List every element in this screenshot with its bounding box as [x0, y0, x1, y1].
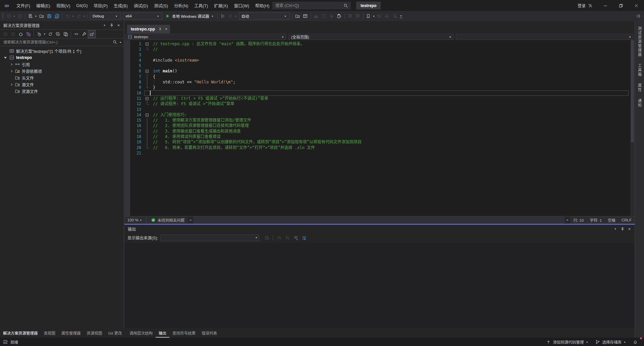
fold-margin-cell[interactable]	[144, 112, 150, 118]
select-repository-button[interactable]: 选择存储库 ▲	[592, 338, 629, 346]
code-line[interactable]: 16// 2. 使用团队资源管理器窗口连接到源代码管理	[124, 123, 630, 128]
left-dock-tab[interactable]: 解决方案资源管理器	[0, 328, 41, 338]
bottom-dock-tab[interactable]: 调用层次结构	[126, 328, 156, 338]
code-line[interactable]: 2//	[124, 47, 630, 52]
sign-in-button[interactable]: 登录	[573, 0, 598, 11]
se-view-code-button[interactable]: <>	[72, 30, 80, 38]
tree-item[interactable]: 源文件	[0, 81, 124, 88]
quick-search-box[interactable]	[272, 2, 351, 9]
fold-collapse-box[interactable]	[146, 70, 149, 73]
code-line[interactable]: 3	[124, 52, 630, 58]
zoom-dropdown[interactable]: 100 % ▾	[124, 216, 145, 224]
paste-button[interactable]	[335, 12, 343, 20]
dropdown-caret-icon[interactable]: ▾	[43, 32, 46, 36]
code-line[interactable]: 14// 入门使用技巧:	[124, 112, 630, 118]
left-dock-tab[interactable]: Git 更改	[105, 328, 125, 338]
add-to-source-control-button[interactable]: 添加到源代码管理 ▲	[542, 338, 592, 346]
code-line[interactable]: 5	[124, 63, 630, 68]
menu-item-12[interactable]: 帮助(H)	[252, 0, 272, 11]
toggle-word-wrap-button[interactable]	[300, 234, 308, 242]
horizontal-scrollbar[interactable]: ◀ ▶	[187, 216, 570, 224]
right-autohide-tab-3[interactable]: 通知	[637, 99, 642, 108]
tree-expander[interactable]	[9, 70, 13, 72]
left-dock-tab[interactable]: 类视图	[41, 328, 59, 338]
code-line[interactable]: 9}	[124, 85, 630, 90]
pin-icon[interactable]	[108, 22, 115, 28]
background-tasks-icon[interactable]	[3, 339, 8, 345]
left-dock-tab[interactable]: 资源视图	[84, 328, 105, 338]
fold-margin-cell[interactable]	[144, 41, 150, 47]
save-button[interactable]	[45, 12, 53, 20]
tree-item[interactable]: 头文件	[0, 74, 124, 81]
se-refresh-button[interactable]	[46, 30, 54, 38]
clear-all-button[interactable]	[292, 234, 300, 242]
close-icon[interactable]: ×	[165, 27, 167, 31]
menu-item-0[interactable]: 文件(F)	[13, 0, 33, 11]
right-autohide-tab-2[interactable]: 属性	[637, 83, 642, 92]
tree-item[interactable]: 引用	[0, 61, 124, 68]
scroll-right-icon[interactable]: ▶	[565, 219, 570, 221]
search-icon[interactable]	[343, 3, 348, 8]
new-project-button[interactable]	[26, 12, 34, 20]
bottom-dock-tab[interactable]: 错误列表	[199, 328, 220, 338]
tree-expander[interactable]	[9, 84, 13, 85]
code-line[interactable]: 4#include <iostream>	[124, 58, 630, 63]
document-health-indicator[interactable]: 未找到相关问题	[148, 216, 188, 224]
se-pending-changes-filter-button[interactable]	[35, 30, 43, 38]
minimize-button[interactable]	[598, 0, 613, 11]
fold-margin-cell[interactable]	[144, 96, 150, 101]
feedback-icon[interactable]	[636, 13, 641, 19]
fold-collapse-box[interactable]	[146, 43, 149, 46]
toolbar-grip-handle[interactable]	[2, 13, 3, 19]
spaces-indicator[interactable]: 空格	[605, 217, 619, 223]
menu-item-5[interactable]: 生成(B)	[111, 0, 131, 11]
platform-dropdown[interactable]: x64▾	[123, 12, 162, 20]
close-icon[interactable]: ×	[115, 22, 122, 28]
menu-item-1[interactable]: 编辑(E)	[33, 0, 53, 11]
tree-item[interactable]: 外部依赖项	[0, 68, 124, 74]
solution-search-input[interactable]	[3, 40, 110, 45]
bottom-dock-tab[interactable]: 查找符号结果	[169, 328, 199, 338]
close-icon[interactable]: ×	[626, 226, 633, 232]
scrollbar-thumb[interactable]	[193, 216, 565, 224]
menu-item-4[interactable]: 项目(P)	[91, 0, 111, 11]
code-line[interactable]: 8 std::cout << "Hello World!\n";	[124, 79, 630, 85]
code-line[interactable]: 6int main()	[124, 68, 630, 74]
pin-icon[interactable]	[157, 26, 163, 32]
notifications-button[interactable]	[629, 338, 641, 346]
search-options-caret-icon[interactable]: ▾	[120, 41, 121, 44]
column-indicator[interactable]: 字符: 1	[587, 217, 605, 223]
tree-expander[interactable]	[9, 64, 13, 65]
right-autohide-tab-1[interactable]: 工具箱	[637, 64, 642, 77]
navigate-to-button[interactable]	[302, 12, 309, 20]
solution-explorer-search[interactable]: ▾	[0, 39, 124, 46]
bottom-dock-tab[interactable]: 输出	[156, 328, 169, 338]
left-dock-tab[interactable]: 属性管理器	[58, 328, 84, 338]
close-button[interactable]	[629, 0, 644, 11]
attach-mode-dropdown[interactable]: 自动▾	[239, 12, 290, 20]
dropdown-caret-icon[interactable]: ▾	[372, 15, 376, 18]
code-line[interactable]: 18// 4. 使用错误列表窗口查看错误	[124, 134, 630, 139]
code-line[interactable]: 10	[124, 90, 630, 96]
restore-button[interactable]	[613, 0, 629, 11]
search-icon[interactable]	[112, 40, 118, 45]
tree-item[interactable]: 解决方案"testrepo"(1 个项目/共 1 个)	[0, 48, 124, 54]
code-line[interactable]: 7{	[124, 74, 630, 79]
code-line[interactable]: 13	[124, 107, 630, 112]
line-indicator[interactable]: 行: 10	[570, 217, 587, 223]
fold-collapse-box[interactable]	[146, 114, 149, 117]
right-autohide-tab-0[interactable]: 测试资源管理器	[637, 26, 642, 57]
se-properties-button[interactable]	[80, 30, 88, 38]
configuration-dropdown[interactable]: Debug▾	[90, 12, 121, 20]
output-content[interactable]	[124, 243, 635, 328]
scrollbar-thumb[interactable]	[631, 40, 634, 142]
toggle-bookmark-button[interactable]	[365, 12, 372, 20]
tab-testrepo-cpp[interactable]: testrepo.cpp ×	[127, 25, 170, 33]
start-debugging-button[interactable]: 本地 Windows 调试器▾	[163, 12, 216, 20]
se-home-button[interactable]	[17, 30, 24, 38]
code-editor[interactable]: 1// testrepo.cpp : 此文件包含 "main" 函数。程序执行将…	[124, 40, 635, 216]
find-in-files-button[interactable]	[294, 12, 302, 20]
se-sync-with-active-document-button[interactable]	[62, 30, 69, 38]
se-switch-views-button[interactable]	[24, 30, 32, 38]
project-scope-dropdown[interactable]: ++ testrepo ▾	[125, 34, 286, 40]
